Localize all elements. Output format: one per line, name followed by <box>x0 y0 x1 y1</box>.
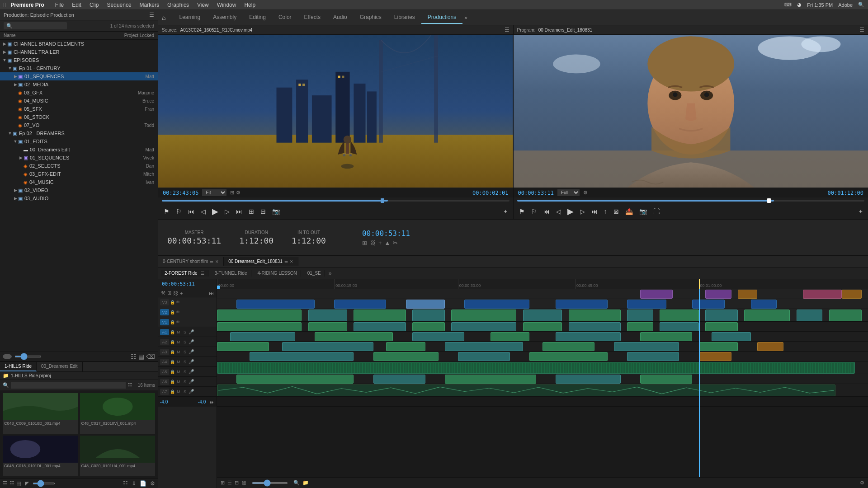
clip-a4-3[interactable] <box>458 352 510 361</box>
clip-a2-7[interactable] <box>712 332 750 341</box>
list-view-icon[interactable]: ☰ <box>3 480 8 487</box>
source-settings2-icon[interactable]: ⚙ <box>236 190 241 196</box>
tunnel-ride-tab[interactable]: 3-TUNNEL Ride <box>211 270 251 277</box>
automate-icon[interactable]: ⚙ <box>150 480 155 487</box>
menu-markers[interactable]: Markers <box>136 1 163 9</box>
program-settings-icon[interactable]: ☰ <box>859 27 864 33</box>
tree-item-02-media[interactable]: ▶ ▣ 02_MEDIA <box>0 80 158 89</box>
tree-item-ep01[interactable]: ▼ ▣ Ep 01 - CENTURY <box>0 64 158 72</box>
a7-mic[interactable]: 🎤 <box>189 389 194 394</box>
seq-01-tab[interactable]: 01_SE <box>304 270 325 277</box>
v2-lock[interactable]: 🔒 <box>170 310 175 314</box>
clip-a2-6[interactable] <box>640 332 692 341</box>
riding-lesson-tab[interactable]: 4-RIDING LESSON <box>254 270 301 277</box>
a3-lock[interactable]: 🔒 <box>170 350 175 354</box>
clip-a2-3[interactable] <box>412 332 464 341</box>
tab-effects[interactable]: Effects <box>298 11 327 24</box>
clip-v2-3[interactable] <box>406 300 445 309</box>
thumbnail-item[interactable]: C048_C009_01018D_001.mp4 <box>3 393 78 434</box>
clip-a2-5[interactable] <box>556 332 621 341</box>
source-play-icon[interactable]: ▶ <box>210 206 220 217</box>
v2-target[interactable]: V2 <box>160 309 169 315</box>
clip-a4-4[interactable] <box>529 352 608 361</box>
tree-item-01-sequences-ep02[interactable]: ▶ ▣ 01_SEQUENCES Vivek <box>0 154 158 162</box>
menu-file[interactable]: File <box>52 1 67 9</box>
a5-lock[interactable]: 🔒 <box>170 370 175 374</box>
clip-v1-12[interactable] <box>797 310 823 321</box>
clip-v2-1[interactable] <box>236 300 315 309</box>
new-folder-icon[interactable]: ☷ <box>123 480 128 487</box>
tree-item-02-video[interactable]: ▶ ▣ 02_VIDEO <box>0 186 158 194</box>
source-mark-out-icon[interactable]: ⚐ <box>174 207 184 216</box>
nav-more-icon[interactable]: » <box>464 14 467 21</box>
tl-bin-icon[interactable]: 📁 <box>302 480 309 486</box>
clip-a7-music[interactable] <box>217 385 835 396</box>
a1-mic[interactable]: 🎤 <box>189 329 194 334</box>
program-play-icon[interactable]: ▶ <box>566 206 576 217</box>
a7-target[interactable]: A7 <box>160 389 169 395</box>
clip-a2-1[interactable] <box>230 332 295 341</box>
thumbnail-item[interactable]: C048_C018_0101DL_001.mp4 <box>3 436 78 476</box>
tree-item-channel-brand[interactable]: ▶ ▣ CHANNEL BRAND ELEMENTS <box>0 40 158 48</box>
clip-a3-4[interactable] <box>445 342 523 351</box>
master-end-icon[interactable]: ⏭ <box>209 399 215 405</box>
media-browser-icon[interactable]: 📄 <box>140 480 146 487</box>
a7-lock[interactable]: 🔒 <box>170 389 175 394</box>
bin-grid-icon[interactable]: ☷ <box>127 382 132 389</box>
v3-lock[interactable]: 🔒 <box>170 300 175 305</box>
clip-v3-3[interactable] <box>738 290 757 299</box>
tree-item-01-sequences[interactable]: ▶ ▣ 01_SEQUENCES Matt <box>0 72 158 80</box>
program-step-fwd-icon[interactable]: ▷ <box>578 207 587 216</box>
filter-icon[interactable]: ◤ <box>25 480 29 487</box>
clip-v1-2[interactable] <box>308 310 347 321</box>
a1-lock[interactable]: 🔒 <box>170 330 175 334</box>
clip-a1-6[interactable] <box>523 322 562 331</box>
snap-icon[interactable]: ⊞ <box>362 239 367 246</box>
clip-v1-7[interactable] <box>569 310 621 321</box>
program-mark-in-icon[interactable]: ⚑ <box>517 207 527 216</box>
clip-v2-6[interactable] <box>627 300 666 309</box>
clip-a4-1[interactable] <box>250 352 354 361</box>
tl-link-icon[interactable]: ⛓ <box>241 480 246 486</box>
clip-v3-2[interactable] <box>705 290 731 299</box>
source-mark-in-icon[interactable]: ⚑ <box>162 207 171 216</box>
tree-item-03-gfx-edit[interactable]: ◉ 03_GFX-EDIT Mitch <box>0 170 158 178</box>
home-icon[interactable]: ⌂ <box>162 14 165 21</box>
source-overwrite-icon[interactable]: ⊟ <box>259 207 268 216</box>
tab-learning[interactable]: Learning <box>173 11 207 24</box>
tree-item-03-audio[interactable]: ▶ ▣ 03_AUDIO <box>0 194 158 202</box>
tree-item-01-edits[interactable]: ▼ ▣ 01_EDITS <box>0 137 158 145</box>
source-step-back-icon[interactable]: ◁ <box>199 207 208 216</box>
a4-s[interactable]: S <box>182 360 188 364</box>
tab-libraries[interactable]: Libraries <box>388 11 421 24</box>
seq-tab-close[interactable]: ✕ <box>290 259 293 264</box>
v1-target[interactable]: V1 <box>160 319 169 325</box>
track-nav-tools-icon[interactable]: ⚒ <box>161 290 165 296</box>
program-full-icon[interactable]: ⛶ <box>651 207 661 216</box>
a6-mic[interactable]: 🎤 <box>189 379 194 384</box>
thumbnail-item[interactable]: C48_C017_01010Vi_001.mp4 <box>80 393 156 434</box>
a4-target[interactable]: A4 <box>160 359 169 365</box>
clip-a3-6[interactable] <box>614 342 679 351</box>
tl-settings-icon[interactable]: ⚙ <box>860 480 864 486</box>
a1-target[interactable]: A1 <box>160 329 169 335</box>
clip-v2-4[interactable] <box>464 300 529 309</box>
clip-v1-3[interactable] <box>354 310 406 321</box>
thumbnail-item[interactable]: C48_C020_0101U4_001.mp4 <box>80 436 156 476</box>
clip-v1-5[interactable] <box>451 310 516 321</box>
menu-clip[interactable]: Clip <box>86 1 103 9</box>
clip-v1-10[interactable] <box>705 310 738 321</box>
source-scrubber[interactable] <box>158 197 513 204</box>
tree-item-06-stock[interactable]: ◉ 06_STOCK <box>0 113 158 121</box>
tl-search-icon[interactable]: 🔍 <box>293 480 300 486</box>
tree-item-07-vo[interactable]: ◉ 07_VO Todd <box>0 121 158 129</box>
tree-item-02-selects[interactable]: ◉ 02_SELECTS Dan <box>0 162 158 170</box>
timeline-zoom-slider[interactable] <box>252 482 288 484</box>
clip-v2-7[interactable] <box>692 300 725 309</box>
track-nav-add-icon[interactable]: + <box>180 291 183 296</box>
clip-v1-8[interactable] <box>627 310 653 321</box>
track-nav-snap-icon[interactable]: ⊞ <box>167 290 171 296</box>
a2-lock[interactable]: 🔒 <box>170 340 175 344</box>
program-zoom-select[interactable]: FullFit50%25% <box>557 189 580 196</box>
a1-m[interactable]: M <box>176 330 181 334</box>
